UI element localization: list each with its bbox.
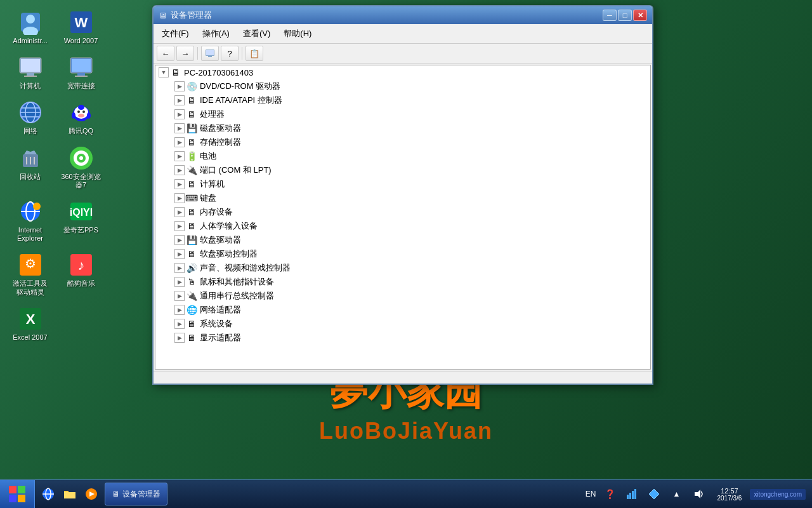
expand-icon-3[interactable]: ▶	[174, 123, 185, 133]
desktop-icon-ie[interactable]: Internet Explorer	[6, 196, 54, 246]
tree-item-11[interactable]: ▶ 💾 软盘驱动器	[155, 233, 650, 247]
minimize-button[interactable]: ─	[603, 10, 617, 21]
toolbar-forward-button[interactable]: →	[176, 46, 194, 61]
expand-icon-5[interactable]: ▶	[174, 151, 185, 161]
expand-icon-14[interactable]: ▶	[174, 277, 185, 287]
taskbar-app-devicemgr[interactable]: 🖥 设备管理器	[105, 483, 167, 505]
svg-rect-58	[627, 495, 629, 499]
clock-display[interactable]: 12:57 2017/3/6	[712, 487, 747, 502]
toolbar-computer-button[interactable]	[201, 46, 219, 61]
expand-icon-0[interactable]: ▶	[174, 81, 185, 91]
desktop-icon-computer[interactable]: 计算机	[6, 51, 54, 93]
svg-rect-51	[9, 495, 16, 502]
expand-icon-13[interactable]: ▶	[174, 263, 185, 273]
tree-item-4[interactable]: ▶ 🖥 存储控制器	[155, 135, 650, 149]
tree-item-15[interactable]: ▶ 🔌 通用串行总线控制器	[155, 289, 650, 303]
menu-action[interactable]: 操作(A)	[197, 26, 235, 41]
site-badge[interactable]: xitongcheng.com	[750, 489, 806, 500]
desktop-icon-360[interactable]: 360安全浏览器7	[57, 142, 105, 192]
item-icon-8: ⌨	[186, 192, 197, 204]
admin-label: Administr...	[13, 37, 47, 45]
tree-item-13[interactable]: ▶ 🔊 声音、视频和游戏控制器	[155, 261, 650, 275]
expand-icon-12[interactable]: ▶	[174, 249, 185, 259]
desktop-icon-qq[interactable]: 腾讯QQ	[57, 97, 105, 138]
tree-container[interactable]: ▼ 🖥 PC-201703061403 ▶ 💿 DVD/CD-ROM 驱动器 ▶…	[155, 65, 651, 370]
desktop-icon-excel[interactable]: X Excel 2007	[6, 303, 54, 345]
tree-item-7[interactable]: ▶ 🖥 计算机	[155, 177, 650, 191]
item-icon-3: 💾	[186, 123, 197, 134]
expand-icon-10[interactable]: ▶	[174, 221, 185, 231]
tree-item-18[interactable]: ▶ 🖥 显示适配器	[155, 331, 650, 345]
item-icon-5: 🔋	[186, 150, 197, 162]
tray-arrow-icon[interactable]: ▲	[666, 484, 686, 504]
tree-item-12[interactable]: ▶ 🖥 软盘驱动控制器	[155, 247, 650, 261]
item-label-14: 鼠标和其他指针设备	[200, 276, 274, 288]
tree-item-8[interactable]: ▶ ⌨ 键盘	[155, 191, 650, 205]
expand-icon-6[interactable]: ▶	[174, 165, 185, 175]
item-icon-0: 💿	[186, 81, 197, 92]
menu-file[interactable]: 文件(F)	[157, 26, 194, 41]
toolbar-list-button[interactable]: 📋	[246, 46, 263, 61]
desktop-icon-broadband[interactable]: 宽带连接	[57, 51, 105, 93]
item-icon-11: 💾	[186, 234, 197, 246]
taskbar-media-icon[interactable]	[81, 484, 102, 504]
360-label: 360安全浏览器7	[60, 173, 102, 189]
expand-icon-16[interactable]: ▶	[174, 305, 185, 315]
menu-help[interactable]: 帮助(H)	[278, 26, 317, 41]
tree-item-1[interactable]: ▶ 🖥 IDE ATA/ATAPI 控制器	[155, 93, 650, 107]
tree-item-5[interactable]: ▶ 🔋 电池	[155, 149, 650, 163]
expand-icon-8[interactable]: ▶	[174, 193, 185, 203]
expand-icon-17[interactable]: ▶	[174, 319, 185, 329]
expand-icon-18[interactable]: ▶	[174, 333, 185, 343]
network-label: 网络	[23, 127, 37, 135]
tray-network-icon[interactable]	[622, 484, 642, 504]
tree-item-2[interactable]: ▶ 🖥 处理器	[155, 107, 650, 121]
desktop-icon-tools[interactable]: ⚙ 激活工具及驱动精灵	[6, 249, 54, 299]
expand-icon-2[interactable]: ▶	[174, 109, 185, 119]
tree-item-16[interactable]: ▶ 🌐 网络适配器	[155, 303, 650, 317]
tree-item-14[interactable]: ▶ 🖱 鼠标和其他指针设备	[155, 275, 650, 289]
tree-item-3[interactable]: ▶ 💾 磁盘驱动器	[155, 121, 650, 135]
item-label-1: IDE ATA/ATAPI 控制器	[200, 95, 282, 106]
item-label-12: 软盘驱动控制器	[200, 248, 258, 260]
expand-icon-1[interactable]: ▶	[174, 95, 185, 105]
iqiyi-label: 爱奇艺PPS	[63, 226, 98, 234]
root-expand-icon[interactable]: ▼	[159, 67, 169, 77]
expand-icon-4[interactable]: ▶	[174, 137, 185, 147]
desktop-icon-recycle[interactable]: 回收站	[6, 142, 54, 192]
tree-item-6[interactable]: ▶ 🔌 端口 (COM 和 LPT)	[155, 163, 650, 177]
desktop-icon-iqiyi[interactable]: iQIYI 爱奇艺PPS	[57, 196, 105, 246]
desktop-icon-word[interactable]: W Word 2007	[57, 6, 105, 48]
toolbar-help-button[interactable]: ?	[221, 46, 239, 61]
tree-item-9[interactable]: ▶ 🖥 内存设备	[155, 205, 650, 219]
start-button[interactable]	[0, 480, 35, 509]
taskbar-folder-icon[interactable]	[60, 484, 80, 504]
window-title-area: 🖥 设备管理器	[159, 10, 212, 21]
tray-volume-icon[interactable]	[688, 484, 709, 504]
word-icon: W	[69, 10, 94, 35]
tree-item-17[interactable]: ▶ 🖥 系统设备	[155, 317, 650, 331]
expand-icon-9[interactable]: ▶	[174, 207, 185, 217]
svg-point-24	[87, 112, 91, 119]
svg-text:W: W	[74, 15, 88, 30]
desktop-icon-admin[interactable]: Administr...	[6, 6, 54, 48]
root-label: PC-201703061403	[184, 68, 253, 77]
expand-icon-15[interactable]: ▶	[174, 291, 185, 301]
toolbar-back-button[interactable]: ←	[157, 46, 174, 61]
tray-diamond-icon[interactable]	[644, 484, 664, 504]
taskbar-ie-icon[interactable]	[38, 484, 58, 504]
tree-root-item[interactable]: ▼ 🖥 PC-201703061403	[155, 65, 650, 79]
tree-item-10[interactable]: ▶ 🖥 人体学输入设备	[155, 219, 650, 233]
desktop-icon-music[interactable]: ♪ 酷狗音乐	[57, 249, 105, 299]
expand-icon-11[interactable]: ▶	[174, 235, 185, 245]
tree-item-0[interactable]: ▶ 💿 DVD/CD-ROM 驱动器	[155, 79, 650, 93]
lang-indicator[interactable]: EN	[584, 490, 598, 498]
item-label-11: 软盘驱动器	[200, 234, 241, 246]
expand-icon-7[interactable]: ▶	[174, 179, 185, 189]
network-icon	[18, 100, 43, 125]
close-button[interactable]: ✕	[633, 10, 647, 21]
menu-view[interactable]: 查看(V)	[238, 26, 275, 41]
maximize-button[interactable]: □	[618, 10, 632, 21]
desktop-icon-network[interactable]: 网络	[6, 97, 54, 138]
tray-help-icon[interactable]: ❓	[599, 484, 620, 504]
